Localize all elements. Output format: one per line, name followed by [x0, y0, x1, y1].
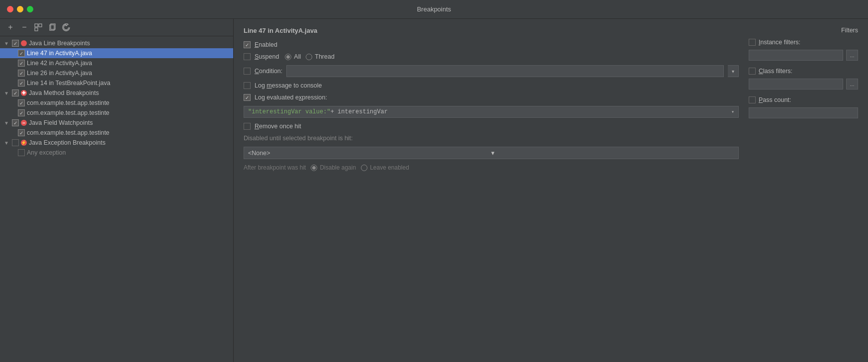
log-expression-field[interactable]: "interestingVar value:" + interestingVar… [244, 106, 739, 118]
right-panel: Line 47 in ActivityA.java Enabled Suspen… [234, 19, 868, 362]
instance-filters-row: Instance filters: [749, 39, 858, 46]
suspend-options: All Thread [285, 53, 335, 60]
none-dropdown[interactable]: <None> ▾ [244, 147, 739, 159]
chevron-down-icon: ▼ [4, 120, 9, 126]
after-leave-label: Leave enabled [370, 164, 409, 171]
suspend-thread-radio[interactable] [306, 54, 312, 60]
group-label-java-method: Java Method Breakpoints [29, 90, 99, 96]
enabled-checkbox[interactable] [244, 41, 251, 48]
enabled-row: Enabled [244, 41, 739, 48]
instance-filters-btn[interactable]: ... [846, 50, 858, 61]
maximize-button[interactable] [27, 6, 33, 12]
group-checkbox-java-method[interactable] [12, 90, 19, 96]
class-filters-btn[interactable]: ... [846, 79, 858, 90]
detail-title: Line 47 in ActivityA.java [244, 27, 739, 34]
item-checkbox-line42[interactable] [18, 60, 25, 67]
minimize-button[interactable] [17, 6, 23, 12]
remove-button[interactable]: − [19, 22, 30, 33]
after-hit-row: After breakpoint was hit Disable again L… [244, 164, 739, 171]
enabled-label: Enabled [255, 41, 277, 48]
log-expr-dropdown[interactable]: ▾ [731, 109, 734, 115]
item-label-method2: com.example.test.app.testinte [27, 109, 109, 116]
group-checkbox-java-exception[interactable] [12, 139, 19, 146]
none-dropdown-value: <None> [248, 150, 491, 157]
group-label-java-exception: Java Exception Breakpoints [29, 139, 105, 146]
suspend-label: Suspend [255, 53, 279, 60]
tree-item-line14[interactable]: Line 14 in TestBreakPoint.java [0, 78, 233, 88]
item-checkbox-method1[interactable] [18, 99, 25, 106]
class-filters-checkbox[interactable] [749, 68, 756, 75]
item-checkbox-line47[interactable] [18, 50, 25, 57]
item-label-line42: Line 42 in ActivityA.java [27, 60, 92, 67]
suspend-row: Suspend All Thread [244, 53, 739, 60]
item-label-line26: Line 26 in ActivityA.java [27, 70, 92, 77]
bp-icon-java-line [21, 40, 27, 46]
filters-panel: Filters Instance filters: ... Cl [749, 27, 858, 354]
chevron-down-icon: ▼ [4, 90, 9, 96]
tree-item-method2[interactable]: com.example.test.app.testinte [0, 108, 233, 118]
tree-item-field1[interactable]: com.example.test.app.testinte [0, 128, 233, 138]
tree-item-method1[interactable]: com.example.test.app.testinte [0, 98, 233, 108]
suspend-all-radio[interactable] [285, 54, 291, 60]
after-disable-option[interactable]: Disable again [311, 164, 356, 171]
tree-item-line42[interactable]: Line 42 in ActivityA.java [0, 58, 233, 68]
refresh-button[interactable] [61, 22, 72, 33]
suspend-thread-option[interactable]: Thread [306, 53, 335, 60]
none-dropdown-arrow: ▾ [491, 149, 734, 157]
condition-label: Condition: [255, 68, 282, 75]
tree-item-line47[interactable]: Line 47 in ActivityA.java [0, 48, 233, 58]
traffic-lights [7, 6, 33, 12]
group-checkbox-java-line[interactable] [12, 40, 19, 47]
pass-count-checkbox[interactable] [749, 96, 756, 103]
add-button[interactable]: + [5, 22, 16, 33]
pass-count-input-row [749, 107, 858, 118]
pass-count-section: Pass count: [749, 96, 858, 118]
item-checkbox-field1[interactable] [18, 129, 25, 136]
class-filters-input[interactable] [749, 79, 843, 90]
bp-icon-java-field: − [21, 120, 27, 126]
tree-group-header-java-exception[interactable]: ▼ ⚡ Java Exception Breakpoints [0, 138, 233, 148]
group-button[interactable] [33, 22, 44, 33]
condition-dropdown-arrow[interactable]: ▾ [728, 65, 739, 77]
chevron-down-icon: ▼ [4, 41, 9, 46]
window-title: Breakpoints [417, 5, 451, 13]
instance-filters-checkbox[interactable] [749, 39, 756, 46]
log-expr-white-part: + interestingVar [331, 108, 388, 115]
instance-filters-section: Instance filters: ... [749, 39, 858, 61]
after-leave-option[interactable]: Leave enabled [361, 164, 409, 171]
after-hit-label: After breakpoint was hit [244, 164, 306, 171]
tree-item-exception1[interactable]: Any exception [0, 148, 233, 158]
close-button[interactable] [7, 6, 13, 12]
item-checkbox-line26[interactable] [18, 70, 25, 77]
suspend-checkbox[interactable] [244, 53, 251, 60]
item-checkbox-exception1[interactable] [18, 149, 25, 156]
remove-once-hit-checkbox[interactable] [244, 123, 251, 130]
log-expression-checkbox[interactable] [244, 94, 251, 101]
log-message-label: Log message to console [255, 82, 322, 89]
pass-count-row: Pass count: [749, 96, 858, 103]
after-disable-radio[interactable] [311, 165, 317, 171]
item-checkbox-method2[interactable] [18, 109, 25, 116]
after-leave-radio[interactable] [361, 165, 367, 171]
tree-group-header-java-method[interactable]: ▼ ✚ Java Method Breakpoints [0, 88, 233, 98]
remove-once-hit-label: Remove once hit [255, 123, 301, 130]
class-filters-label: Class filters: [759, 68, 792, 75]
tree-item-line26[interactable]: Line 26 in ActivityA.java [0, 68, 233, 78]
condition-input[interactable] [286, 65, 724, 77]
tree-group-header-java-line[interactable]: ▼ Java Line Breakpoints [0, 38, 233, 48]
tree-group-header-java-field[interactable]: ▼ − Java Field Watchpoints [0, 118, 233, 128]
condition-checkbox[interactable] [244, 68, 251, 75]
detail-panel: Line 47 in ActivityA.java Enabled Suspen… [244, 27, 739, 354]
item-checkbox-line14[interactable] [18, 80, 25, 87]
group-checkbox-java-field[interactable] [12, 119, 19, 126]
instance-filters-input[interactable] [749, 50, 843, 61]
filters-title: Filters [749, 27, 858, 34]
suspend-all-option[interactable]: All [285, 53, 301, 60]
log-message-checkbox[interactable] [244, 82, 251, 89]
pass-count-input[interactable] [749, 107, 858, 118]
bp-icon-java-exception: ⚡ [21, 140, 27, 146]
log-expr-green-part: "interestingVar value:" [248, 108, 331, 115]
copy-button[interactable] [47, 22, 58, 33]
pass-count-label: Pass count: [759, 96, 791, 103]
left-panel: + − ▼ Java Line Breakpoints [0, 19, 234, 362]
